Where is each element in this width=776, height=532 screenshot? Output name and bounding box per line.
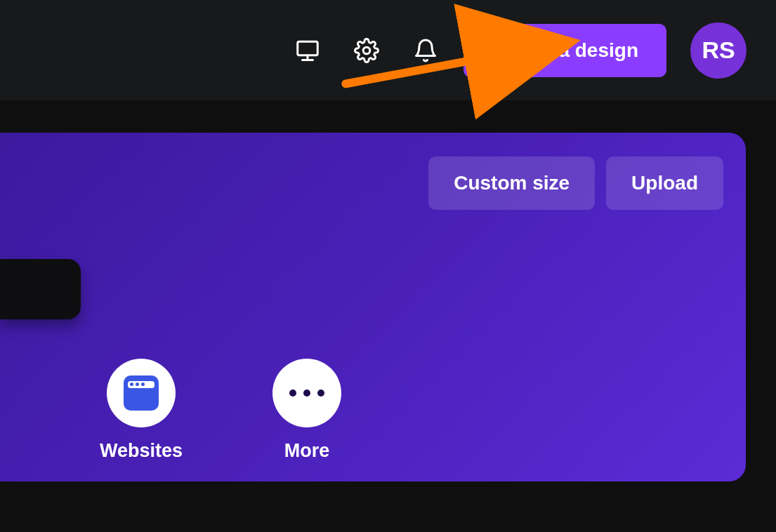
ellipsis-icon bbox=[289, 390, 324, 397]
category-products[interactable]: ucts bbox=[0, 359, 10, 462]
browser-window-icon bbox=[124, 375, 159, 411]
svg-rect-0 bbox=[298, 41, 318, 55]
header-icon-group bbox=[294, 36, 440, 65]
bell-icon[interactable] bbox=[412, 36, 440, 65]
svg-point-3 bbox=[364, 47, 371, 54]
desktop-icon[interactable] bbox=[294, 36, 322, 65]
category-websites[interactable]: Websites bbox=[100, 359, 183, 462]
custom-size-button[interactable]: Custom size bbox=[428, 157, 595, 210]
hero-panel: Custom size Upload ucts Websites bbox=[0, 133, 746, 481]
upload-button[interactable]: Upload bbox=[606, 157, 723, 210]
category-label: Websites bbox=[100, 440, 183, 462]
dashboard-area: Custom size Upload ucts Websites bbox=[0, 100, 776, 481]
search-input-stub[interactable] bbox=[0, 259, 81, 319]
user-avatar[interactable]: RS bbox=[690, 22, 747, 79]
category-row: ucts Websites More bbox=[0, 359, 341, 462]
more-icon bbox=[272, 359, 341, 427]
hero-action-group: Custom size Upload bbox=[428, 157, 723, 210]
websites-icon bbox=[107, 359, 176, 427]
gear-icon[interactable] bbox=[353, 36, 381, 65]
category-label: More bbox=[284, 440, 330, 462]
create-design-button[interactable]: Create a design bbox=[463, 24, 666, 77]
app-header: Create a design RS bbox=[0, 0, 776, 100]
category-more[interactable]: More bbox=[272, 359, 341, 462]
